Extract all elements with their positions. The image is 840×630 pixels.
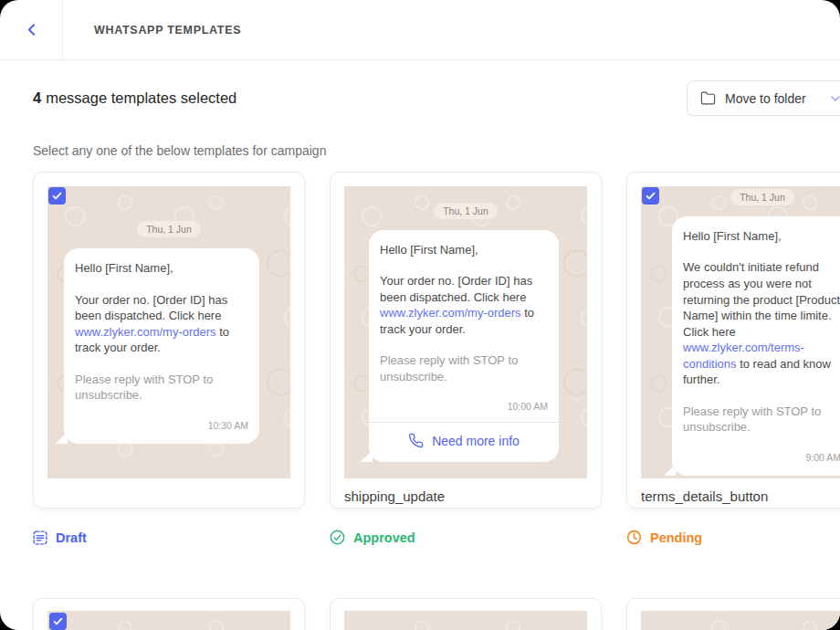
template-card[interactable]: Thu, 1 JunHello [First Name],Your order …: [33, 172, 305, 509]
template-cards-row: Thu, 1 JunHello [First Name],Your order …: [33, 172, 840, 509]
status-badge: Approved: [330, 530, 602, 545]
template-checkbox[interactable]: [642, 187, 659, 205]
date-pill: Thu, 1 Jun: [730, 189, 794, 205]
message-body: We couldn't initiate refund process as y…: [683, 259, 840, 387]
whatsapp-templates-panel: WHATSAPP TEMPLATES 4message templates se…: [0, 0, 840, 630]
selected-count-label: message templates selected: [46, 89, 236, 106]
message-body: Your order no. [Order ID] has been dispa…: [75, 292, 248, 356]
selection-summary: 4message templates selected: [33, 88, 236, 108]
whatsapp-preview: Thu, 1 JunHello [First Name],We couldn't…: [641, 186, 840, 478]
whatsapp-preview: Thu, 1 JunHello [First Name],Your order …: [47, 186, 290, 478]
selected-count: 4: [33, 89, 41, 106]
header: WHATSAPP TEMPLATES: [0, 0, 840, 60]
template-card[interactable]: [626, 598, 840, 630]
message-time: 10:30 AM: [75, 419, 248, 432]
template-cards-row-2: [33, 598, 840, 630]
section-subtitle: Select any one of the below templates fo…: [33, 143, 326, 158]
message-greeting: Hello [First Name],: [75, 260, 248, 277]
move-to-folder-button[interactable]: Move to folder: [687, 80, 840, 116]
status-label: Pending: [650, 530, 702, 545]
template-status-row: DraftApprovedPending: [33, 530, 840, 545]
message-bubble: Hello [First Name],We couldn't initiate …: [672, 216, 840, 476]
message-link: www.zlyker.com/my-orders: [75, 325, 216, 339]
message-bubble: Hello [First Name],Your order no. [Order…: [369, 230, 559, 463]
date-pill: Thu, 1 Jun: [434, 203, 498, 219]
message-time: 9:00 AM: [683, 451, 840, 464]
message-time: 10:00 AM: [380, 400, 548, 413]
template-card[interactable]: [330, 598, 602, 630]
template-checkbox[interactable]: [48, 187, 66, 205]
template-card[interactable]: [33, 598, 305, 630]
message-footer: Please reply with STOP to unsubscribe.: [75, 372, 248, 404]
pending-icon: [626, 530, 642, 545]
folder-icon: [700, 90, 716, 106]
draft-icon: [33, 530, 47, 545]
template-card[interactable]: Thu, 1 JunHello [First Name],We couldn't…: [626, 172, 840, 509]
template-checkbox[interactable]: [49, 613, 67, 630]
template-name: shipping_update: [344, 488, 587, 504]
message-footer: Please reply with STOP to unsubscribe.: [380, 352, 548, 384]
back-button[interactable]: [0, 0, 63, 59]
message-link: www.zlyker.com/terms-conditions: [683, 341, 804, 371]
whatsapp-preview: [47, 611, 290, 630]
status-label: Draft: [56, 530, 87, 545]
status-label: Approved: [353, 530, 415, 545]
status-badge: Pending: [626, 530, 840, 545]
page-title: WHATSAPP TEMPLATES: [94, 24, 241, 37]
whatsapp-preview: Thu, 1 JunHello [First Name],Your order …: [344, 186, 587, 478]
message-greeting: Hello [First Name],: [380, 242, 548, 258]
move-to-folder-label: Move to folder: [725, 91, 806, 106]
approved-icon: [330, 530, 345, 545]
message-body: Your order no. [Order ID] has been dispa…: [380, 273, 548, 337]
date-pill: Thu, 1 Jun: [137, 221, 201, 237]
chevron-left-icon: [22, 20, 41, 39]
need-more-info-label: Need more info: [432, 433, 520, 450]
template-card[interactable]: Thu, 1 JunHello [First Name],Your order …: [330, 172, 602, 509]
need-more-info-button: Need more info: [380, 423, 548, 451]
chevron-down-icon: [828, 91, 840, 106]
message-bubble: Hello [First Name],Your order no. [Order…: [64, 248, 259, 444]
status-badge: Draft: [33, 530, 305, 545]
message-link: www.zlyker.com/my-orders: [380, 306, 521, 320]
phone-icon: [408, 433, 424, 448]
message-greeting: Hello [First Name],: [683, 228, 840, 245]
message-footer: Please reply with STOP to unsubscribe.: [683, 404, 840, 436]
template-name: terms_details_button: [641, 488, 840, 504]
whatsapp-preview: [641, 611, 840, 630]
whatsapp-preview: [344, 611, 587, 630]
